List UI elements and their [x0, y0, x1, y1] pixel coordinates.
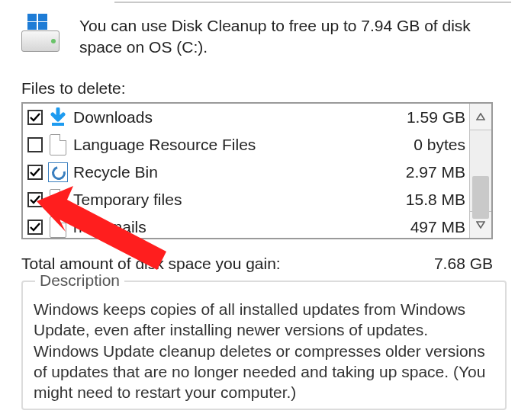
row-label: Downloads — [73, 108, 369, 127]
row-checkbox[interactable] — [27, 220, 43, 235]
row-checkbox[interactable] — [27, 192, 43, 207]
description-body: Windows keeps copies of all installed up… — [34, 299, 494, 402]
header-divider — [114, 2, 511, 3]
scroll-up-button[interactable] — [470, 104, 491, 130]
description-title: Description — [35, 271, 124, 290]
row-checkbox[interactable] — [27, 137, 43, 152]
row-size: 15.8 MB — [374, 191, 470, 209]
list-item[interactable]: humbnails497 MB — [23, 213, 470, 241]
drive-icon — [21, 14, 61, 52]
row-type-icon — [47, 216, 69, 238]
list-item[interactable]: Recycle Bin2.97 MB — [23, 159, 470, 186]
files-listbox: Downloads1.59 GBLanguage Resource Files0… — [21, 102, 493, 239]
row-type-icon — [47, 107, 69, 128]
list-scrollbar[interactable] — [469, 104, 491, 238]
list-item[interactable]: Downloads1.59 GB — [23, 104, 470, 131]
row-size: 497 MB — [374, 218, 470, 236]
files-to-delete-label: Files to delete: — [21, 79, 126, 98]
svg-rect-0 — [52, 123, 64, 126]
list-item[interactable]: Temporary files15.8 MB — [23, 186, 470, 213]
row-label: Temporary files — [73, 191, 369, 209]
row-type-icon — [47, 189, 69, 210]
row-checkbox[interactable] — [27, 165, 43, 180]
row-type-icon — [47, 162, 69, 183]
scroll-thumb[interactable] — [472, 176, 489, 219]
row-label: Recycle Bin — [73, 163, 369, 181]
row-label: humbnails — [73, 218, 369, 236]
list-item[interactable]: Language Resource Files0 bytes — [23, 131, 470, 159]
row-label: Language Resource Files — [73, 136, 369, 154]
row-type-icon — [47, 134, 69, 155]
scroll-track[interactable] — [470, 130, 491, 211]
row-size: 2.97 MB — [374, 163, 470, 181]
row-size: 0 bytes — [374, 136, 470, 154]
total-label: Total amount of disk space you gain: — [21, 255, 281, 273]
intro-text: You can use Disk Cleanup to free up to 7… — [79, 15, 507, 59]
total-value: 7.68 GB — [434, 255, 493, 273]
row-checkbox[interactable] — [27, 110, 43, 125]
row-size: 1.59 GB — [374, 108, 470, 127]
description-group: Description Windows keeps copies of all … — [21, 281, 507, 410]
